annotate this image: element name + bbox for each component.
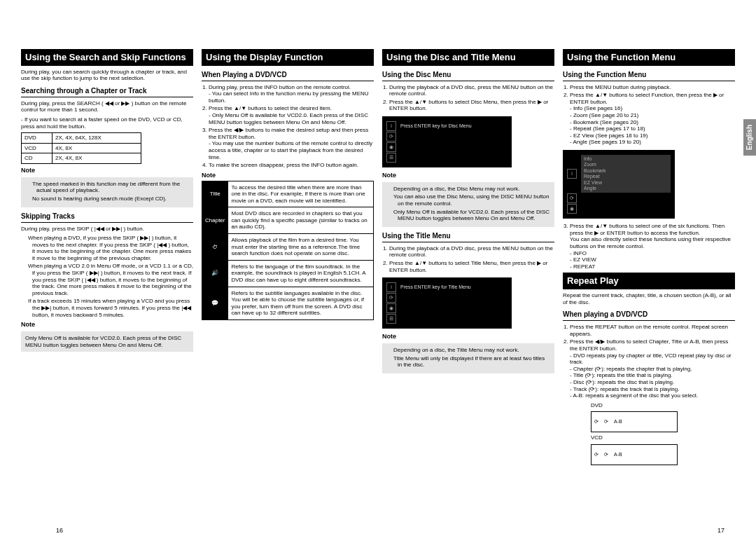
manual-spread: Using the Search and Skip Functions Duri… xyxy=(21,49,735,467)
note-box-1: The speed marked in this function may be… xyxy=(21,177,193,207)
osd-disc-menu: iPress ENTER key for Disc Menu ⟳ ◉ ☰ xyxy=(382,116,512,167)
note-label-5: Note xyxy=(382,333,554,341)
sub-when-playing: When Playing a DVD/VCD xyxy=(202,69,374,81)
sub-disc-menu: Using the Disc Menu xyxy=(382,69,554,81)
skip-list: When playing a DVD, if you press the SKI… xyxy=(21,235,193,318)
header-repeat: Repeat Play xyxy=(563,273,735,289)
func-step3: Press the ▲/▼ buttons to select one of t… xyxy=(563,223,735,270)
header-function-menu: Using the Function Menu xyxy=(563,49,735,66)
col2: Using the Display Function When Playing … xyxy=(202,49,374,467)
page-num-left: 16 xyxy=(56,527,63,535)
icon-audio: 🔊 xyxy=(202,260,228,287)
icon-time: ⏱ xyxy=(202,234,228,261)
note-label-3: Note xyxy=(202,172,374,179)
osd-title-menu: iPress ENTER key for Title Menu ⟳ ◉ ☰ xyxy=(382,277,512,329)
icon-chapter: Chapter xyxy=(202,207,228,234)
disc-steps: During the playback of a DVD disc, press… xyxy=(382,84,554,112)
repeat-vcd-box: ⟳⟳A-B xyxy=(591,444,678,465)
note-label: Note xyxy=(21,167,193,174)
title-steps: During the playback of a DVD disc, press… xyxy=(382,245,554,273)
language-tab: English xyxy=(743,119,756,156)
icon-title: Title xyxy=(202,181,228,207)
dvd-label: DVD xyxy=(591,402,735,409)
repeat-steps: Press the REPEAT button on the remote co… xyxy=(563,324,735,399)
note-box-2: Only Menu Off is available for VCD2.0. E… xyxy=(21,331,193,352)
header-search-skip: Using the Search and Skip Functions xyxy=(21,49,193,66)
skip-text1: During play, press the SKIP ( |◀◀ or ▶▶|… xyxy=(21,226,193,233)
search-text2: - If you want to search at a faster spee… xyxy=(21,116,193,130)
display-steps: During play, press the INFO button on th… xyxy=(202,84,374,169)
sub-skipping: Skipping Tracks xyxy=(21,210,193,223)
repeat-intro: Repeat the current track, chapter, title… xyxy=(563,292,735,305)
sub-title-menu: Using the Title Menu xyxy=(382,230,554,242)
icon-subtitle: 💬 xyxy=(202,287,228,319)
header-display: Using the Display Function xyxy=(202,49,374,66)
display-table: TitleTo access the desired title when th… xyxy=(202,181,374,321)
note-label-2: Note xyxy=(21,321,193,329)
col1: Using the Search and Skip Functions Duri… xyxy=(21,49,193,467)
osd-function-menu: i Info Zoom Bookmark Repeat EZ View Angl… xyxy=(563,150,675,219)
func-steps: Press the MENU button during playback. P… xyxy=(563,84,735,146)
intro-text: During play, you can search quickly thro… xyxy=(21,69,193,82)
col4: Using the Function Menu Using the Functi… xyxy=(563,49,735,467)
search-text1: During play, press the SEARCH ( ◀◀ or ▶▶… xyxy=(21,100,193,114)
page-num-right: 17 xyxy=(718,527,724,535)
sub-function-menu: Using the Function Menu xyxy=(563,69,735,81)
vcd-label: VCD xyxy=(591,434,735,441)
header-disc-title: Using the Disc and Title Menu xyxy=(382,49,554,66)
col3: Using the Disc and Title Menu Using the … xyxy=(382,49,554,467)
repeat-dvd-box: ⟳⟳A-B xyxy=(591,411,678,432)
note-box-3: Depending on a disc, the Disc Menu may n… xyxy=(382,182,554,227)
note-box-4: Depending on a disc, the Title Menu may … xyxy=(382,343,554,373)
sub-search-chapter: Searching through a Chapter or Track xyxy=(21,85,193,97)
sub-repeat-dvd: When playing a DVD/VCD xyxy=(563,308,735,321)
speed-table: DVD2X, 4X, 64X, 128X VCD4X, 8X CD2X, 4X,… xyxy=(21,132,141,164)
note-label-4: Note xyxy=(382,172,554,179)
